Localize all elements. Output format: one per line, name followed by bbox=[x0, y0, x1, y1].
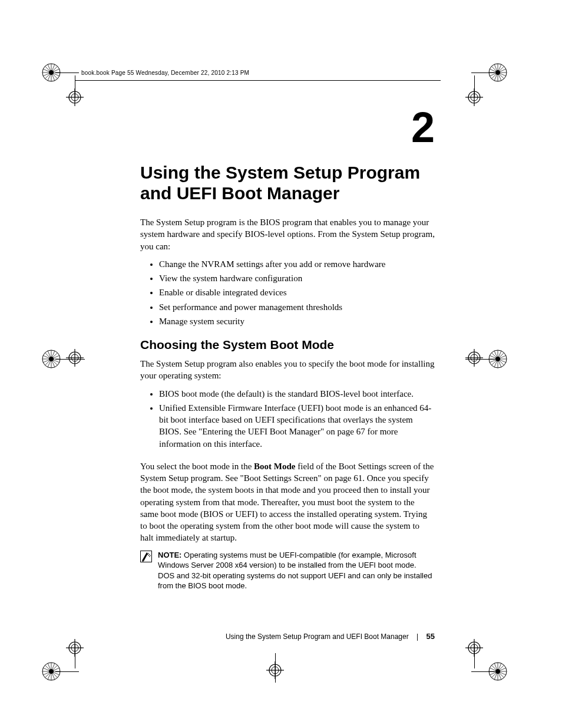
list-item: View the system hardware configuration bbox=[159, 272, 435, 284]
section-heading: Choosing the System Boot Mode bbox=[140, 338, 435, 352]
crop-line bbox=[471, 671, 495, 672]
para-post: field of the Boot Settings screen of the… bbox=[140, 462, 434, 543]
crop-line bbox=[75, 75, 75, 98]
list-item: Enable or disable integrated devices bbox=[159, 286, 435, 298]
crop-mark-icon bbox=[66, 349, 84, 367]
intro-paragraph: The System Setup program is the BIOS pro… bbox=[140, 216, 435, 252]
crop-mark-icon bbox=[465, 349, 483, 367]
note-icon bbox=[140, 551, 152, 562]
list-item: Unified Extensible Firmware Interface (U… bbox=[159, 402, 435, 450]
page-footer: Using the System Setup Program and UEFI … bbox=[140, 632, 435, 641]
intro-bullet-list: Change the NVRAM settings after you add … bbox=[140, 258, 435, 327]
footer-page-number: 55 bbox=[427, 632, 435, 641]
crop-line bbox=[75, 645, 75, 668]
section-intro: The System Setup program also enables yo… bbox=[140, 358, 435, 382]
note-block: NOTE: Operating systems must be UEFI-com… bbox=[140, 550, 435, 591]
list-item: BIOS boot mode (the default) is the stan… bbox=[159, 388, 435, 400]
crop-line bbox=[474, 645, 475, 668]
footer-title: Using the System Setup Program and UEFI … bbox=[226, 633, 409, 641]
page-title: Using the System Setup Program and UEFI … bbox=[140, 163, 435, 203]
crop-header-rule bbox=[75, 80, 441, 81]
crop-line bbox=[465, 359, 495, 360]
chapter-number: 2 bbox=[140, 106, 435, 149]
list-item: Manage system security bbox=[159, 315, 435, 327]
para-pre: You select the boot mode in the bbox=[140, 462, 254, 471]
page-content: 2 Using the System Setup Program and UEF… bbox=[140, 106, 435, 591]
crop-line bbox=[275, 653, 276, 683]
crop-header: book.book Page 55 Wednesday, December 22… bbox=[81, 70, 249, 76]
crop-line bbox=[471, 73, 495, 73]
crop-line bbox=[55, 671, 79, 672]
note-text: NOTE: Operating systems must be UEFI-com… bbox=[158, 550, 435, 591]
list-item: Change the NVRAM settings after you add … bbox=[159, 258, 435, 270]
crop-line bbox=[474, 75, 475, 98]
crop-line bbox=[55, 73, 79, 73]
boot-mode-bold: Boot Mode bbox=[254, 462, 295, 471]
crop-header-text: book.book Page 55 Wednesday, December 22… bbox=[81, 70, 249, 76]
note-body: Operating systems must be UEFI-compatibl… bbox=[158, 551, 432, 591]
note-label: NOTE: bbox=[158, 551, 184, 559]
boot-mode-paragraph: You select the boot mode in the Boot Mod… bbox=[140, 460, 435, 544]
section-bullet-list: BIOS boot mode (the default) is the stan… bbox=[140, 388, 435, 450]
crop-line bbox=[55, 359, 85, 360]
list-item: Set performance and power management thr… bbox=[159, 301, 435, 313]
footer-separator: | bbox=[416, 633, 418, 641]
